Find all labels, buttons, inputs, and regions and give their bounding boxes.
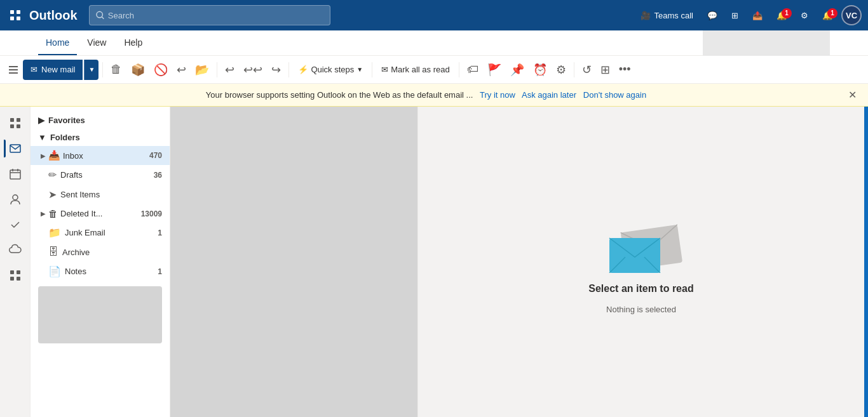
- new-mail-dropdown-button[interactable]: ▼: [84, 60, 98, 80]
- rules-icon: ⚙: [556, 63, 566, 77]
- grid-view-button[interactable]: ⊞: [597, 60, 614, 80]
- svg-rect-1: [17, 10, 20, 14]
- chevron-down-icon: ▼: [38, 133, 46, 142]
- forward-button[interactable]: ↪: [268, 60, 285, 80]
- folder-item-inbox[interactable]: ▶ 📥 Inbox 470: [31, 146, 170, 165]
- main-layout: ▶ Favorites ▼ Folders ▶ 📥 Inbox 470 ✏ Dr…: [0, 107, 868, 417]
- search-icon: [96, 11, 104, 20]
- svg-line-5: [102, 17, 104, 19]
- share-button[interactable]: 📤: [747, 8, 768, 23]
- spam-button[interactable]: 🚫: [150, 60, 172, 80]
- dont-show-link[interactable]: Don't show again: [583, 90, 646, 100]
- archive-toolbar-button[interactable]: 📦: [127, 60, 149, 80]
- side-icon-bar: [0, 107, 31, 417]
- apps-grid-button[interactable]: [6, 6, 24, 24]
- user-avatar[interactable]: VC: [841, 5, 862, 25]
- try-now-link[interactable]: Try it now: [480, 90, 515, 100]
- drafts-count: 36: [154, 171, 162, 180]
- tab-help[interactable]: Help: [116, 30, 150, 55]
- delete-button[interactable]: 🗑: [107, 60, 126, 80]
- sidebar-item-apps[interactable]: [4, 112, 27, 135]
- empty-envelope-illustration: [600, 209, 682, 273]
- inbox-label: Inbox: [63, 151, 147, 161]
- toolbar: ✉ New mail ▼ 🗑 📦 🚫 ↩ 📂 ↩ ↩↩ ↪ ⚡ Quick st…: [0, 56, 868, 84]
- reply-icon: ↩: [225, 63, 234, 77]
- flag-button[interactable]: 🚩: [484, 60, 505, 80]
- move-button[interactable]: 📂: [191, 60, 213, 80]
- tags-button[interactable]: 🏷: [463, 60, 482, 80]
- compose-icon: ✉: [31, 65, 37, 74]
- folder-item-sent[interactable]: ➤ Sent Items: [31, 185, 170, 204]
- archive-folder-icon: 🗄: [48, 246, 58, 258]
- favorites-section[interactable]: ▶ Favorites: [31, 112, 170, 129]
- sidebar-item-mail[interactable]: [4, 137, 27, 160]
- svg-rect-10: [10, 145, 20, 152]
- notification-text: Your browser supports setting Outlook on…: [10, 90, 842, 100]
- snooze-icon: ⏰: [533, 63, 547, 77]
- reading-pane: Select an item to read Nothing is select…: [418, 107, 864, 417]
- chat-icon: 💬: [707, 11, 717, 20]
- reply-all-button[interactable]: ↩↩: [240, 60, 266, 80]
- rules-button[interactable]: ⚙: [552, 60, 570, 80]
- quick-steps-button[interactable]: ⚡ Quick steps ▼: [293, 60, 368, 80]
- folder-item-drafts[interactable]: ✏ Drafts 36: [31, 165, 170, 185]
- sidebar-item-tasks[interactable]: [4, 213, 27, 236]
- junk-count: 1: [158, 228, 162, 237]
- search-input[interactable]: [108, 11, 323, 20]
- notification-close-button[interactable]: ✕: [847, 88, 858, 102]
- notifications-button[interactable]: 🔔 1: [771, 8, 792, 23]
- undo-main-button[interactable]: ↺: [578, 60, 595, 80]
- settings-button[interactable]: ⚙: [796, 8, 813, 23]
- svg-rect-11: [10, 170, 20, 179]
- svg-point-4: [96, 11, 102, 17]
- waffle-button[interactable]: ⊞: [726, 8, 743, 23]
- tab-view[interactable]: View: [79, 30, 114, 55]
- mark-all-read-button[interactable]: ✉ Mark all as read: [376, 60, 454, 80]
- svg-rect-8: [10, 124, 14, 128]
- email-list-placeholder: [170, 107, 417, 417]
- svg-rect-0: [10, 10, 14, 14]
- sidebar-item-calendar[interactable]: [4, 162, 27, 185]
- tab-home[interactable]: Home: [38, 30, 77, 55]
- folder-item-junk[interactable]: 📁 Junk Email 1: [31, 223, 170, 242]
- apps-icon: [9, 117, 22, 129]
- folder-item-notes[interactable]: 📄 Notes 1: [31, 261, 170, 281]
- ask-again-link[interactable]: Ask again later: [522, 90, 576, 100]
- notes-icon: 📄: [48, 265, 61, 277]
- new-mail-label: New mail: [41, 65, 75, 74]
- folders-section[interactable]: ▼ Folders: [31, 129, 170, 146]
- toolbar-divider-1: [102, 62, 103, 77]
- reply-button[interactable]: ↩: [221, 60, 238, 80]
- pin-icon: 📌: [510, 63, 524, 77]
- right-accent-bar: [864, 107, 868, 417]
- folder-item-deleted[interactable]: ▶ 🗑 Deleted It... 13009: [31, 204, 170, 223]
- quick-steps-label: Quick steps: [311, 65, 354, 74]
- more-options-button[interactable]: •••: [615, 60, 635, 80]
- tab-gray-area: [703, 30, 830, 56]
- sidebar-item-people[interactable]: [4, 188, 27, 211]
- svg-rect-9: [17, 124, 20, 128]
- folder-item-archive[interactable]: 🗄 Archive: [31, 242, 170, 261]
- tag-icon: 🏷: [467, 63, 478, 76]
- inbox-count: 470: [149, 151, 162, 160]
- more-apps-icon: [9, 269, 22, 282]
- archive-icon: 📦: [131, 63, 145, 77]
- toolbar-divider-3: [288, 62, 289, 77]
- undo-button[interactable]: ↩: [173, 60, 190, 80]
- teams-call-button[interactable]: 🎥 Teams call: [635, 8, 698, 23]
- snooze-button[interactable]: ⏰: [529, 60, 551, 80]
- favorites-label: Favorites: [48, 116, 85, 125]
- sidebar-item-cloud[interactable]: [4, 239, 27, 261]
- search-box[interactable]: [89, 5, 330, 25]
- chat-button[interactable]: 💬: [702, 8, 722, 23]
- hamburger-button[interactable]: [5, 62, 22, 77]
- toolbar-divider-6: [574, 62, 574, 77]
- lightning-icon: ⚡: [298, 65, 308, 74]
- svg-point-15: [13, 195, 18, 200]
- more-icon: •••: [619, 63, 631, 76]
- sidebar-item-more[interactable]: [4, 264, 27, 287]
- activity-button[interactable]: 🔔 1: [817, 8, 837, 23]
- toolbar-divider-2: [217, 62, 217, 77]
- pin-button[interactable]: 📌: [506, 60, 528, 80]
- new-mail-button[interactable]: ✉ New mail: [23, 60, 83, 80]
